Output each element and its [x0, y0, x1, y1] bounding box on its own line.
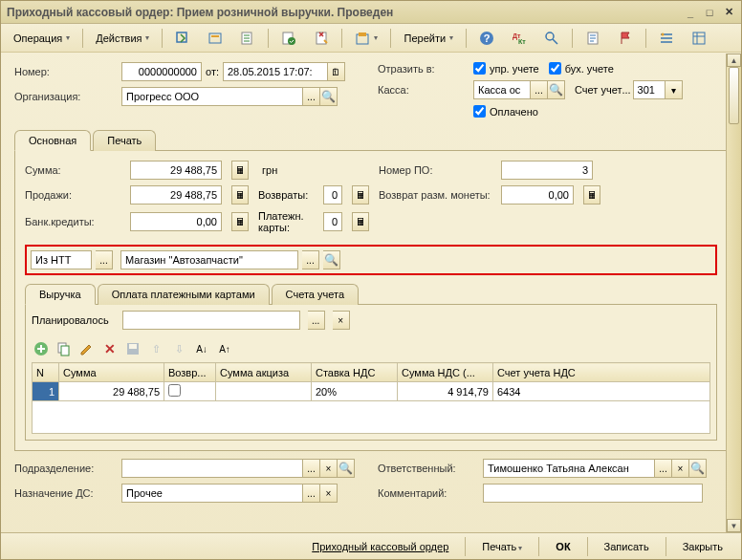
coin-field[interactable]	[501, 185, 574, 205]
tab-print[interactable]: Печать	[93, 130, 156, 151]
add-row-icon[interactable]	[32, 339, 51, 358]
returns-field[interactable]	[323, 185, 342, 205]
plan-clear-button[interactable]: ×	[333, 311, 350, 330]
account-dropdown-button[interactable]: ▾	[666, 80, 683, 99]
paid-checkbox[interactable]	[473, 105, 486, 118]
sum-calc-button[interactable]: 🖩	[231, 161, 249, 180]
footer-ok-button[interactable]: ОК	[547, 538, 578, 555]
revenue-table[interactable]: N Сумма Возвр... Сумма акциза Ставка НДС…	[32, 362, 710, 434]
col-vat-acc[interactable]: Счет учета НДС	[493, 363, 710, 382]
move-up-icon[interactable]: ⇧	[146, 339, 165, 358]
org-field[interactable]	[121, 87, 303, 106]
toolbar-magnify-icon[interactable]	[537, 27, 566, 50]
subtab-revenue[interactable]: Выручка	[25, 284, 96, 305]
col-excise[interactable]: Сумма акциза	[216, 363, 312, 382]
col-ret[interactable]: Возвр...	[164, 363, 216, 382]
save-icon[interactable]	[123, 339, 142, 358]
toolbar-icon-1[interactable]	[168, 27, 197, 50]
number-field[interactable]	[121, 62, 202, 81]
tab-main[interactable]: Основная	[14, 130, 91, 151]
actions-menu[interactable]: Действия	[89, 29, 156, 48]
toolbar-icon-9[interactable]	[652, 27, 681, 50]
upr-checkbox[interactable]	[473, 62, 486, 75]
store-field[interactable]	[120, 250, 298, 269]
maximize-button[interactable]: □	[703, 6, 716, 19]
goto-menu[interactable]: Перейти	[397, 29, 460, 48]
dept-select-button[interactable]: ...	[303, 459, 320, 478]
po-field[interactable]	[501, 161, 593, 180]
subtab-accounts[interactable]: Счета учета	[272, 284, 359, 305]
kassa-field[interactable]	[473, 80, 531, 99]
org-search-button[interactable]: 🔍	[320, 87, 338, 106]
sum-field[interactable]	[130, 161, 222, 180]
footer-close-button[interactable]: Закрыть	[674, 538, 731, 555]
returns-calc-button[interactable]: 🖩	[352, 185, 369, 205]
coin-calc-button[interactable]: 🖩	[583, 185, 600, 205]
table-row[interactable]	[33, 401, 710, 434]
date-picker-button[interactable]: 🗓	[328, 62, 345, 81]
toolbar-icon-5[interactable]	[307, 27, 336, 50]
resp-field[interactable]	[483, 459, 655, 478]
vertical-scrollbar[interactable]: ▲ ▼	[726, 54, 741, 532]
cards-calc-button[interactable]: 🖩	[352, 212, 369, 231]
footer-print-button[interactable]: Печать	[473, 538, 531, 555]
dept-clear-button[interactable]: ×	[320, 459, 338, 478]
dept-search-button[interactable]: 🔍	[338, 459, 355, 478]
account-field[interactable]	[633, 80, 666, 99]
toolbar-icon-10[interactable]	[685, 27, 713, 50]
scroll-thumb[interactable]	[729, 67, 739, 124]
toolbar-icon-4[interactable]	[274, 27, 303, 50]
toolbar-icon-8[interactable]	[611, 27, 640, 50]
sales-calc-button[interactable]: 🖩	[231, 185, 249, 205]
from-ntt-select-button[interactable]: ...	[96, 250, 113, 269]
store-select-button[interactable]: ...	[302, 250, 319, 269]
operation-menu[interactable]: Операция	[7, 29, 76, 48]
footer-doc-link[interactable]: Приходный кассовый ордер	[303, 538, 457, 555]
purpose-field[interactable]	[121, 484, 303, 503]
sort-asc-icon[interactable]: A↓	[192, 339, 211, 358]
date-field[interactable]	[223, 62, 328, 81]
resp-select-button[interactable]: ...	[655, 459, 672, 478]
buh-checkbox[interactable]	[549, 62, 561, 75]
bank-calc-button[interactable]: 🖩	[231, 212, 249, 231]
plan-field[interactable]	[122, 311, 300, 330]
copy-row-icon[interactable]	[55, 339, 74, 358]
purpose-select-button[interactable]: ...	[303, 484, 320, 503]
footer-save-button[interactable]: Записать	[596, 538, 658, 555]
toolbar-icon-6[interactable]	[348, 27, 384, 50]
toolbar-icon-2[interactable]	[201, 27, 229, 50]
kassa-select-button[interactable]: ...	[531, 80, 548, 99]
row-ret-checkbox[interactable]	[168, 384, 181, 397]
scroll-up-button[interactable]: ▲	[727, 54, 741, 67]
col-vat-sum[interactable]: Сумма НДС (...	[398, 363, 493, 382]
table-row[interactable]: 1 29 488,75 20% 4 914,79 6434	[33, 382, 710, 401]
sales-field[interactable]	[130, 185, 222, 205]
help-icon[interactable]: ?	[472, 27, 501, 50]
delete-row-icon[interactable]: ✕	[100, 339, 120, 358]
plan-select-button[interactable]: ...	[308, 311, 325, 330]
dept-field[interactable]	[121, 459, 303, 478]
kassa-search-button[interactable]: 🔍	[548, 80, 565, 99]
move-down-icon[interactable]: ⇩	[169, 339, 188, 358]
scroll-down-button[interactable]: ▼	[727, 519, 741, 532]
resp-search-button[interactable]: 🔍	[689, 459, 707, 478]
minimize-button[interactable]: _	[684, 6, 697, 19]
cards-field[interactable]	[323, 212, 342, 231]
comment-field[interactable]	[483, 484, 703, 503]
col-sum[interactable]: Сумма	[59, 363, 164, 382]
toolbar-icon-3[interactable]	[233, 27, 262, 50]
close-button[interactable]: ✕	[722, 6, 735, 19]
from-ntt-field[interactable]	[31, 250, 92, 269]
dtkt-icon[interactable]: ДтКт	[505, 27, 534, 50]
col-n[interactable]: N	[33, 363, 59, 382]
bank-field[interactable]	[130, 212, 222, 231]
purpose-clear-button[interactable]: ×	[320, 484, 338, 503]
org-select-button[interactable]: ...	[303, 87, 320, 106]
store-search-button[interactable]: 🔍	[323, 250, 340, 269]
col-vat-rate[interactable]: Ставка НДС	[312, 363, 398, 382]
edit-row-icon[interactable]	[77, 339, 97, 358]
subtab-cards[interactable]: Оплата платежными картами	[98, 284, 270, 305]
toolbar-icon-7[interactable]	[578, 27, 607, 50]
sort-desc-icon[interactable]: A↑	[215, 339, 234, 358]
resp-clear-button[interactable]: ×	[672, 459, 689, 478]
